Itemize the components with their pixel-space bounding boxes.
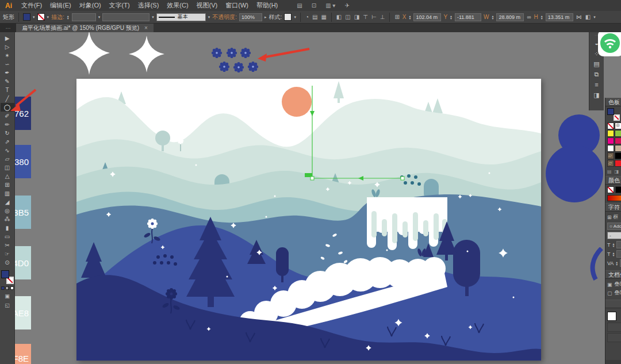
align-top-icon[interactable]: ⊤ <box>362 14 369 20</box>
overprint-fill-icon[interactable]: ▣ <box>607 282 612 288</box>
swatch-pink[interactable] <box>615 137 621 144</box>
w-stepper[interactable]: ▲▼ <box>491 15 494 20</box>
tool-curvature[interactable]: ✎ <box>1 77 14 86</box>
tool-scale[interactable]: ⇗ <box>1 137 14 146</box>
tool-shape-builder[interactable]: ◫ <box>1 163 14 172</box>
variable-width-profile-select[interactable] <box>102 13 150 21</box>
tool-perspective-grid[interactable]: △ <box>1 172 14 181</box>
color-black[interactable] <box>615 186 621 193</box>
document-arrange-icon[interactable]: ▤ <box>297 2 302 9</box>
transform-icon[interactable]: ⋈ <box>576 14 582 20</box>
swatch-none[interactable] <box>607 122 614 129</box>
menu-type[interactable]: 文字(T) <box>105 1 134 10</box>
tool-width[interactable]: ∿ <box>1 146 14 155</box>
align-options-icon[interactable]: ◧ <box>585 14 591 20</box>
tool-lasso[interactable]: ∽ <box>1 60 14 68</box>
align-bottom-icon[interactable]: ⊥ <box>379 14 386 20</box>
menu-help[interactable]: 帮助(H) <box>252 1 282 10</box>
draw-mode-icon[interactable]: ▣ <box>5 293 10 299</box>
align-right-icon[interactable]: ◨ <box>354 14 360 20</box>
font-style-select[interactable]: - <box>607 232 621 239</box>
font-search-field[interactable]: ○Ado <box>607 223 621 230</box>
swatch-registration[interactable] <box>615 122 621 129</box>
tab-overflow-button[interactable]: ⋯ <box>0 24 16 32</box>
width-field[interactable]: 28.809 m <box>496 13 524 21</box>
tool-artboard[interactable]: ▭ <box>1 232 14 241</box>
font-size-stepper[interactable]: ▲▼ <box>612 243 615 247</box>
panel-fill-stroke[interactable] <box>607 108 621 121</box>
brushes-panel-icon[interactable]: ▤ <box>593 59 599 69</box>
appearance-row[interactable] <box>607 323 621 332</box>
height-field[interactable]: 13.351 m <box>546 13 573 21</box>
preferences-icon[interactable]: ▦ <box>320 14 327 20</box>
character-panel-tab[interactable]: 字符 <box>605 203 621 212</box>
appearance-swatch[interactable] <box>607 312 616 321</box>
y-field[interactable]: -11.881 <box>455 13 481 21</box>
style-swatch[interactable] <box>284 13 292 21</box>
shape-mode-icon[interactable]: ◔ <box>305 14 309 20</box>
leading-field[interactable] <box>616 250 621 258</box>
menu-window[interactable]: 窗口(W) <box>221 1 252 10</box>
document-setup-icon[interactable]: ▤ <box>312 14 318 20</box>
share-icon[interactable]: ✈ <box>344 2 349 9</box>
swatches-panel-tab[interactable]: 色板 <box>605 98 621 106</box>
blue-flower-cluster[interactable] <box>212 48 258 72</box>
align-left-icon[interactable]: ◧ <box>336 14 342 20</box>
menu-select[interactable]: 选择(S) <box>134 1 163 10</box>
swatch-yellow-green[interactable] <box>615 130 621 137</box>
white-star-small[interactable] <box>129 36 164 72</box>
appearance-row[interactable] <box>607 333 621 342</box>
menu-edit[interactable]: 编辑(E) <box>46 1 75 10</box>
fill-proxy[interactable] <box>1 270 9 278</box>
tool-rotate[interactable]: ↻ <box>1 129 14 137</box>
swatch-folder-2[interactable] <box>607 160 614 167</box>
swatch-folder-1[interactable] <box>607 152 614 159</box>
screen-layout-icon[interactable]: ⊡ <box>312 2 316 9</box>
tool-blend[interactable]: ◎ <box>1 206 14 215</box>
stroke-color-swatch[interactable] <box>37 13 45 21</box>
tool-column-graph[interactable]: ▮ <box>1 224 14 232</box>
blue-blob-shape[interactable] <box>543 109 607 207</box>
tool-pen[interactable]: ✒ <box>1 68 14 77</box>
stroke-label[interactable]: 描边: <box>51 13 64 21</box>
fill-color-swatch[interactable] <box>23 13 30 21</box>
doc-info-panel-tab[interactable]: 文档信 <box>605 270 621 279</box>
chevron-down-icon[interactable]: ▾ <box>294 15 296 20</box>
swatch-black[interactable] <box>615 152 621 159</box>
swatch-white-dot[interactable] <box>607 145 614 152</box>
menu-effect[interactable]: 效果(C) <box>163 1 192 10</box>
artboards-panel-icon[interactable]: ◨ <box>593 90 599 100</box>
tool-slice[interactable]: ✂ <box>1 241 14 250</box>
touch-type-icon[interactable]: ⊞ <box>607 214 612 220</box>
reference-point-icon[interactable]: ⊞ <box>394 14 400 20</box>
tool-selection[interactable]: ▶ <box>1 34 14 43</box>
tool-free-transform[interactable]: ▱ <box>1 155 14 163</box>
chevron-down-icon[interactable]: ▾ <box>98 15 101 20</box>
tool-eyedropper[interactable]: ◢ <box>1 198 14 206</box>
color-panel-tab[interactable]: 颜色 <box>605 176 621 185</box>
tool-symbol-sprayer[interactable]: ⁂ <box>1 215 14 224</box>
align-middle-icon[interactable]: ⊢ <box>371 14 377 20</box>
wifi-widget[interactable] <box>598 30 621 56</box>
chevron-down-icon[interactable]: ▾ <box>47 15 49 20</box>
artboard[interactable] <box>76 79 541 361</box>
white-star-large[interactable] <box>68 31 110 75</box>
document-tab[interactable]: 扁平化场景插画.ai* @ 150% (RGB/GPU 预览) × <box>16 24 154 32</box>
tool-magic-wand[interactable]: ✶ <box>1 51 14 60</box>
tool-zoom[interactable]: ⊙ <box>1 258 14 267</box>
swatch-magenta[interactable] <box>607 137 614 144</box>
stroke-weight-stepper[interactable]: ▲▼ <box>67 15 70 20</box>
tool-direct-selection[interactable]: ▷ <box>1 43 14 51</box>
screen-mode-icon[interactable]: ◱ <box>5 302 10 308</box>
swatch-tan-pattern[interactable] <box>615 145 621 152</box>
y-stepper[interactable]: ▲▼ <box>450 15 453 20</box>
align-center-icon[interactable]: ◫ <box>344 14 351 20</box>
kerning-stepper[interactable]: ▲▼ <box>615 261 618 266</box>
tool-pencil[interactable]: ✏ <box>1 120 14 129</box>
swatches-panel-footer[interactable]: ▤◨⊞▫ <box>607 169 621 174</box>
chevron-down-icon[interactable]: ▾ <box>152 15 154 20</box>
stroke-panel-icon[interactable]: ≡ <box>595 79 598 90</box>
color-mode-buttons[interactable] <box>1 286 14 290</box>
swatch-red[interactable] <box>615 160 621 167</box>
opacity-label[interactable]: 不透明度: <box>212 13 237 21</box>
